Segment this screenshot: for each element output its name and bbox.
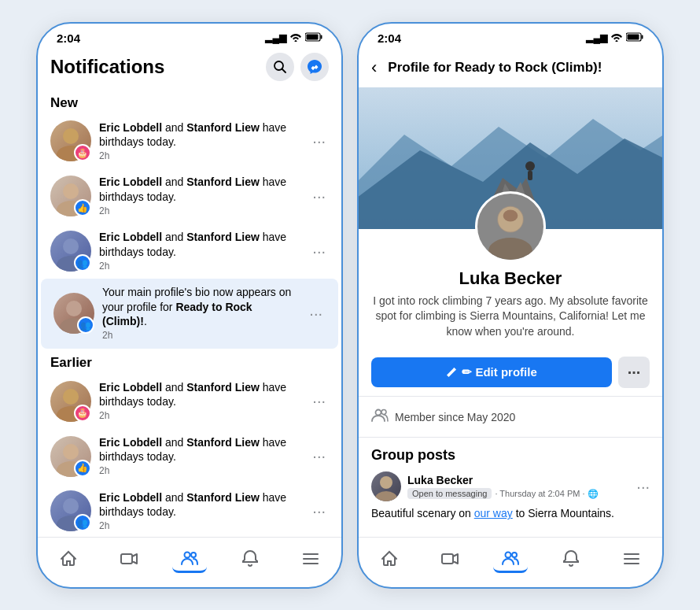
post-meta: Open to messaging · Thursday at 2:04 PM … [407, 488, 630, 499]
svg-point-38 [488, 238, 532, 262]
status-bar-left: 2:04 ▂▄▆ [38, 24, 341, 48]
post-more-button[interactable]: ··· [636, 478, 650, 496]
nav-menu-left[interactable] [293, 546, 328, 571]
nav-menu-right[interactable] [614, 546, 649, 571]
notifications-phone: 2:04 ▂▄▆ Notifications [36, 22, 343, 589]
post-badge: Open to messaging [407, 488, 492, 499]
badge-like-2: 👍 [74, 199, 91, 216]
post-time: · Thursday at 2:04 PM · 🌐 [495, 489, 598, 499]
time-right: 2:04 [378, 31, 401, 45]
profile-screen-header: ‹ Profile for Ready to Rock (Climb)! [359, 48, 662, 87]
svg-point-43 [380, 476, 392, 489]
nav-home-right[interactable] [372, 546, 407, 571]
notif-more-2[interactable]: ··· [309, 184, 329, 209]
svg-point-48 [512, 553, 517, 557]
svg-point-15 [63, 444, 79, 460]
notif-more-5[interactable]: ··· [309, 389, 329, 413]
svg-point-9 [63, 238, 79, 254]
notif-item-4[interactable]: 👥 Your main profile's bio now appears on… [41, 279, 338, 348]
notifications-header: Notifications [38, 48, 341, 89]
svg-marker-20 [132, 554, 137, 564]
edit-profile-button[interactable]: ✏ Edit profile [371, 357, 612, 387]
signal-icon: ▂▄▆ [265, 32, 286, 43]
notif-item-5[interactable]: 🎂 Eric Lobdell and Stanford Liew have bi… [38, 374, 341, 429]
post-author-row: Luka Becker Open to messaging · Thursday… [371, 471, 650, 501]
status-bar-right: 2:04 ▂▄▆ [359, 24, 662, 48]
notif-more-4[interactable]: ··· [306, 301, 326, 326]
badge-group-4: 👥 [77, 316, 94, 334]
notif-text-7: Eric Lobdell and Stanford Liew have birt… [99, 490, 301, 533]
avatar-wrap-2: 👍 [50, 176, 91, 216]
notif-text-3: Eric Lobdell and Stanford Liew have birt… [99, 230, 301, 272]
wifi-icon [289, 32, 302, 44]
svg-rect-1 [321, 35, 322, 39]
back-button[interactable]: ‹ [368, 54, 380, 81]
status-icons-left: ▂▄▆ [265, 32, 322, 44]
avatar-wrap-4: 👥 [53, 293, 94, 334]
signal-icon-right: ▂▄▆ [586, 32, 607, 43]
notif-item-3[interactable]: 👥 Eric Lobdell and Stanford Liew have bi… [38, 224, 341, 279]
notif-more-1[interactable]: ··· [309, 129, 329, 153]
notif-item-2[interactable]: 👍 Eric Lobdell and Stanford Liew have bi… [38, 168, 341, 224]
svg-point-5 [63, 128, 79, 144]
notifications-title: Notifications [50, 56, 164, 78]
profile-header-title: Profile for Ready to Rock (Climb)! [388, 60, 650, 76]
nav-home-left[interactable] [51, 546, 86, 571]
notif-text-6: Eric Lobdell and Stanford Liew have birt… [99, 435, 301, 478]
svg-point-22 [191, 553, 196, 557]
notif-item-6[interactable]: 👍 Eric Lobdell and Stanford Liew have bi… [38, 429, 341, 484]
notif-item-1[interactable]: 🎂 Eric Lobdell and Stanford Liew have bi… [38, 114, 341, 169]
svg-point-44 [375, 491, 397, 501]
nav-groups-right[interactable] [493, 545, 528, 573]
post-card[interactable]: Luka Becker Open to messaging · Thursday… [371, 471, 650, 528]
post-author-info: Luka Becker Open to messaging · Thursday… [407, 474, 630, 499]
avatar-wrap-1: 🎂 [50, 120, 91, 161]
header-action-icons [266, 53, 329, 81]
profile-phone: 2:04 ▂▄▆ ‹ Profile for Ready to Rock (Cl… [357, 22, 664, 589]
profile-content[interactable]: Luka Becker I got into rock climbing 7 y… [359, 87, 662, 537]
nav-groups-left[interactable] [172, 545, 207, 573]
nav-video-left[interactable] [112, 546, 146, 571]
notifications-scroll[interactable]: New 🎂 Eric Lobdell and Stanford Liew hav… [38, 89, 341, 537]
bottom-nav-left [38, 537, 341, 587]
nav-notifications-right[interactable] [554, 546, 588, 571]
group-posts-title: Group posts [371, 447, 650, 464]
svg-point-11 [66, 301, 82, 316]
svg-point-42 [381, 410, 386, 415]
search-button[interactable] [266, 53, 294, 81]
section-earlier: Earlier [38, 349, 341, 374]
svg-rect-28 [628, 34, 639, 39]
svg-point-13 [63, 389, 79, 405]
svg-marker-46 [453, 554, 458, 564]
badge-group-3: 👥 [74, 254, 91, 272]
time-left: 2:04 [57, 31, 80, 45]
notif-more-3[interactable]: ··· [309, 239, 329, 264]
svg-rect-19 [121, 554, 132, 564]
messenger-button[interactable] [300, 53, 329, 81]
status-icons-right: ▂▄▆ [586, 32, 643, 44]
group-posts-section: Group posts Luka Becker Open to messagin… [359, 437, 662, 528]
notif-text-4: Your main profile's bio now appears on y… [102, 285, 298, 342]
profile-avatar [475, 191, 546, 262]
svg-point-41 [376, 410, 381, 416]
badge-birthday-5: 🎂 [74, 405, 91, 422]
battery-icon-right [626, 32, 643, 44]
notif-more-6[interactable]: ··· [309, 444, 329, 468]
avatar-wrap-3: 👥 [50, 231, 91, 272]
nav-video-right[interactable] [433, 546, 467, 571]
badge-like-6: 👍 [74, 460, 91, 477]
post-author-name: Luka Becker [407, 474, 630, 486]
badge-birthday-1: 🎂 [74, 144, 91, 161]
cover-photo [359, 87, 662, 229]
badge-group-7: 👥 [74, 514, 91, 531]
battery-icon [305, 32, 322, 44]
post-link[interactable]: our way [474, 507, 513, 519]
notif-item-7[interactable]: 👥 Eric Lobdell and Stanford Liew have bi… [38, 484, 341, 537]
profile-actions: ✏ Edit profile ··· [359, 349, 662, 396]
svg-rect-27 [642, 35, 643, 39]
bottom-nav-right [359, 537, 662, 587]
nav-notifications-left[interactable] [233, 546, 267, 571]
profile-more-button[interactable]: ··· [618, 357, 650, 388]
avatar-wrap-7: 👥 [50, 490, 91, 531]
notif-more-7[interactable]: ··· [309, 499, 329, 523]
